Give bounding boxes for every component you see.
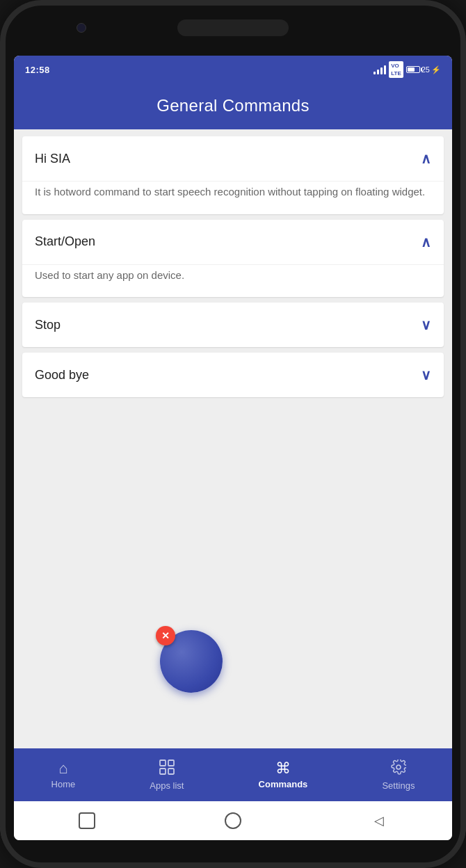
- nav-item-apps-list[interactable]: Apps list: [138, 754, 195, 796]
- battery-percent: 25: [421, 65, 430, 74]
- android-recent-button[interactable]: [79, 812, 95, 829]
- phone-bottom: [0, 840, 466, 868]
- accordion-header-start-open[interactable]: Start/Open ∧: [22, 220, 444, 264]
- accordion-title-stop: Stop: [35, 318, 61, 332]
- screen: 12:58 VOLTE 25 ⚡ Gene: [14, 56, 452, 840]
- android-home-button[interactable]: [225, 812, 241, 829]
- accordion-item-good-bye: Good bye ∨: [22, 353, 444, 397]
- status-bar: 12:58 VOLTE 25 ⚡: [14, 56, 452, 83]
- chevron-down-icon-good-bye: ∨: [421, 367, 431, 383]
- accordion-description-start-open: Used to start any app on device.: [35, 268, 431, 284]
- app-header: General Commands: [14, 83, 452, 129]
- nav-label-commands: Commands: [259, 779, 308, 789]
- speaker: [177, 19, 289, 36]
- notch-area: [0, 0, 466, 56]
- accordion-title-start-open: Start/Open: [35, 234, 95, 249]
- chevron-up-icon-hi-sia: ∧: [421, 150, 431, 167]
- nav-item-settings[interactable]: Settings: [371, 754, 426, 796]
- signal-bars-icon: [373, 65, 386, 74]
- commands-icon: ⌘: [275, 761, 291, 776]
- svg-rect-3: [168, 769, 174, 774]
- settings-icon: [391, 760, 406, 778]
- accordion-description-hi-sia: It is hotword command to start speech re…: [35, 184, 431, 200]
- chevron-up-icon-start-open: ∧: [421, 234, 431, 250]
- volte-icon: VOLTE: [389, 61, 403, 78]
- android-nav: ◁: [14, 801, 452, 840]
- close-icon: ✕: [161, 630, 170, 641]
- nav-item-commands[interactable]: ⌘ Commands: [248, 755, 319, 795]
- status-right: VOLTE 25 ⚡: [373, 61, 441, 78]
- svg-rect-0: [160, 760, 166, 766]
- svg-rect-1: [168, 760, 174, 766]
- nav-label-apps-list: Apps list: [150, 780, 184, 791]
- bottom-nav: ⌂ Home Apps list ⌘ Commands: [14, 748, 452, 801]
- nav-item-home[interactable]: ⌂ Home: [40, 755, 87, 795]
- nav-label-settings: Settings: [382, 780, 415, 791]
- android-back-button[interactable]: ◁: [371, 812, 387, 829]
- phone-frame: 12:58 VOLTE 25 ⚡ Gene: [0, 0, 466, 868]
- accordion-header-hi-sia[interactable]: Hi SIA ∧: [22, 136, 444, 181]
- battery-icon: 25 ⚡: [406, 65, 441, 74]
- accordion-header-good-bye[interactable]: Good bye ∨: [22, 353, 444, 397]
- accordion-body-start-open: Used to start any app on device.: [22, 264, 444, 298]
- accordion-header-stop[interactable]: Stop ∨: [22, 303, 444, 347]
- page-title: General Commands: [25, 96, 441, 115]
- accordion-item-hi-sia: Hi SIA ∧ It is hotword command to start …: [22, 136, 444, 214]
- apps-list-icon: [159, 760, 175, 778]
- accordion-item-start-open: Start/Open ∧ Used to start any app on de…: [22, 220, 444, 298]
- accordion-title-hi-sia: Hi SIA: [35, 152, 70, 166]
- accordion-item-stop: Stop ∨: [22, 303, 444, 347]
- nav-label-home: Home: [51, 779, 76, 789]
- svg-rect-2: [160, 769, 166, 774]
- floating-widget[interactable]: ✕: [160, 630, 223, 693]
- content-area: Hi SIA ∧ It is hotword command to start …: [14, 129, 452, 748]
- accordion-title-good-bye: Good bye: [35, 368, 89, 383]
- close-badge[interactable]: ✕: [156, 626, 175, 645]
- camera-dot: [77, 23, 86, 33]
- home-icon: ⌂: [58, 761, 67, 776]
- chevron-down-icon-stop: ∨: [421, 316, 431, 333]
- status-time: 12:58: [25, 65, 50, 75]
- accordion-body-hi-sia: It is hotword command to start speech re…: [22, 181, 444, 214]
